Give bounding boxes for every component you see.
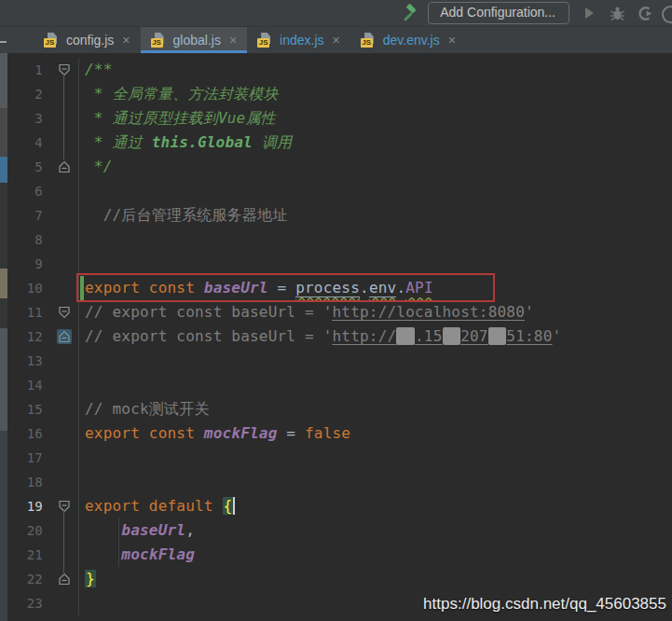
code-text[interactable]: export const mockFlag = false — [79, 421, 350, 446]
fold-collapse-icon[interactable] — [57, 305, 72, 320]
code-text[interactable]: //后台管理系统服务器地址 — [79, 203, 288, 228]
tab-config.js[interactable]: JSconfig.js× — [34, 27, 141, 53]
code-text[interactable]: // export const baseUrl = 'http://localh… — [79, 300, 534, 324]
text-caret — [233, 497, 235, 515]
code-text[interactable]: * 通过原型挂载到Vue属性 — [79, 106, 276, 131]
close-tab-icon[interactable]: × — [229, 34, 237, 47]
code-text[interactable]: export default { — [79, 494, 235, 518]
token: . — [360, 279, 369, 297]
gutter[interactable]: 10 — [0, 276, 79, 300]
fold-end-icon[interactable] — [57, 329, 72, 344]
code-text[interactable] — [79, 446, 85, 470]
gutter[interactable]: 17 — [0, 446, 79, 470]
gutter[interactable]: 19 — [0, 494, 79, 518]
code-editor[interactable]: 1/**2 * 全局常量、方法封装模块3 * 通过原型挂载到Vue属性4 * 通… — [0, 53, 672, 621]
code-line-21[interactable]: 21 mockFlag — [0, 543, 672, 567]
gutter[interactable]: 4 — [0, 131, 79, 155]
tab-dev.env.js[interactable]: JSdev.env.js× — [350, 27, 466, 53]
token: 207 — [460, 327, 488, 345]
code-line-11[interactable]: 11// export const baseUrl = 'http://loca… — [0, 300, 672, 324]
gutter[interactable]: 1 — [0, 58, 79, 82]
gutter[interactable]: 15 — [0, 397, 79, 421]
code-line-12[interactable]: 12// export const baseUrl = 'http://92.1… — [0, 324, 672, 349]
debug-bug-icon[interactable] — [606, 2, 628, 24]
gutter[interactable]: 9 — [0, 252, 79, 276]
gutter[interactable]: 12 — [0, 324, 79, 349]
splitter-dash-icon[interactable] — [0, 41, 7, 43]
code-text[interactable]: } — [79, 567, 96, 591]
run-configuration-select[interactable]: Add Configuration... — [428, 2, 569, 24]
fold-collapse-icon[interactable] — [57, 499, 72, 514]
tab-index.js[interactable]: JSindex.js× — [247, 27, 350, 53]
code-line-17[interactable]: 17 — [0, 446, 672, 470]
code-line-14[interactable]: 14 — [0, 373, 672, 397]
run-play-icon[interactable] — [578, 2, 600, 24]
tab-global.js[interactable]: JSglobal.js× — [141, 27, 248, 53]
tab-label: config.js — [66, 33, 114, 48]
token: const — [149, 424, 195, 442]
code-text[interactable] — [79, 228, 85, 252]
code-line-6[interactable]: 6 — [0, 179, 672, 203]
code-line-13[interactable]: 13 — [0, 349, 672, 373]
code-line-4[interactable]: 4 * 通过 this.Global 调用 — [0, 131, 672, 155]
code-line-5[interactable]: 5 */ — [0, 155, 672, 179]
code-text[interactable]: * 通过 this.Global 调用 — [79, 131, 292, 155]
gutter[interactable]: 22 — [0, 567, 79, 591]
code-line-2[interactable]: 2 * 全局常量、方法封装模块 — [0, 82, 672, 106]
close-tab-icon[interactable]: × — [333, 34, 340, 47]
code-line-1[interactable]: 1/** — [0, 58, 672, 82]
fold-end-icon[interactable] — [57, 572, 72, 586]
code-line-16[interactable]: 16export const mockFlag = false — [0, 421, 672, 446]
code-line-19[interactable]: 19export default { — [0, 494, 672, 518]
code-text[interactable]: // export const baseUrl = 'http://92.154… — [79, 324, 561, 349]
gutter[interactable]: 16 — [0, 421, 79, 446]
code-text[interactable]: export const baseUrl = process.env.API — [79, 276, 433, 300]
gutter[interactable]: 3 — [0, 106, 79, 131]
gutter[interactable]: 5 — [0, 155, 79, 179]
fold-marker-slot — [57, 547, 72, 562]
code-text[interactable] — [79, 349, 85, 373]
code-text[interactable]: // mock测试开关 — [79, 397, 210, 421]
run-with-coverage-icon[interactable] — [634, 2, 656, 24]
fold-marker-slot — [57, 596, 72, 611]
code-text[interactable]: mockFlag — [79, 543, 195, 567]
gutter[interactable]: 7 — [0, 203, 79, 228]
code-line-15[interactable]: 15// mock测试开关 — [0, 397, 672, 421]
fold-end-icon[interactable] — [57, 159, 72, 174]
code-text[interactable] — [79, 373, 85, 397]
js-file-icon: JS — [257, 33, 273, 48]
code-text[interactable] — [79, 470, 85, 494]
build-hammer-icon[interactable] — [397, 2, 419, 24]
code-line-20[interactable]: 20 baseUrl, — [0, 518, 672, 543]
gutter[interactable]: 2 — [0, 82, 79, 106]
gutter[interactable]: 6 — [0, 179, 79, 203]
code-line-9[interactable]: 9 — [0, 252, 672, 276]
code-text[interactable] — [79, 252, 85, 276]
gutter[interactable]: 21 — [0, 543, 79, 567]
fold-marker-slot — [57, 523, 72, 538]
gutter[interactable]: 11 — [0, 300, 79, 324]
line-number: 16 — [6, 426, 43, 441]
code-text[interactable]: * 全局常量、方法封装模块 — [79, 82, 279, 106]
fold-collapse-icon[interactable] — [57, 62, 72, 77]
code-text[interactable] — [79, 591, 85, 615]
code-line-10[interactable]: 10export const baseUrl = process.env.API — [0, 276, 672, 300]
close-tab-icon[interactable]: × — [448, 34, 456, 47]
gutter[interactable]: 20 — [0, 518, 79, 543]
code-line-18[interactable]: 18 — [0, 470, 672, 494]
gutter[interactable]: 23 — [0, 591, 79, 615]
gutter[interactable]: 8 — [0, 228, 79, 252]
token: const — [149, 279, 195, 297]
code-line-3[interactable]: 3 * 通过原型挂载到Vue属性 — [0, 106, 672, 131]
gutter[interactable]: 14 — [0, 373, 79, 397]
close-tab-icon[interactable]: × — [122, 34, 130, 47]
gutter[interactable]: 18 — [0, 470, 79, 494]
code-text[interactable]: /** — [79, 58, 113, 82]
gutter[interactable]: 13 — [0, 349, 79, 373]
code-text[interactable]: baseUrl, — [79, 518, 195, 543]
code-text[interactable] — [79, 179, 85, 203]
code-line-22[interactable]: 22} — [0, 567, 672, 591]
code-text[interactable]: */ — [79, 155, 113, 179]
code-line-8[interactable]: 8 — [0, 228, 672, 252]
code-line-7[interactable]: 7 //后台管理系统服务器地址 — [0, 203, 672, 228]
